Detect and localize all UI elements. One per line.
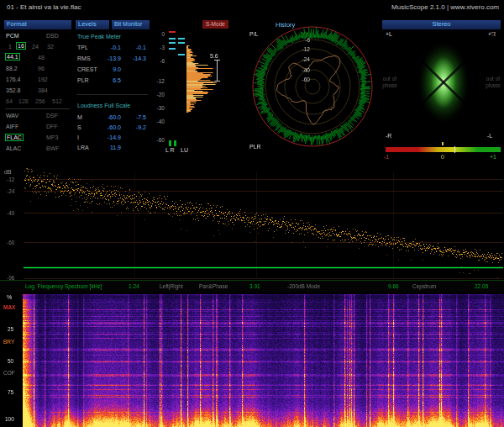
loudness-row-value: -14.9	[97, 134, 121, 140]
mode-button-cepstrum[interactable]: Cepstrum	[412, 283, 436, 289]
format-bit-option-selected: 16	[16, 42, 26, 50]
correlation-max-label: +1	[490, 154, 496, 160]
s-mode-button[interactable]: S-Mode	[202, 20, 228, 29]
format-container-option: BWF	[46, 145, 60, 151]
loudness-row-label: I	[77, 134, 79, 140]
spectrum-axis-title: Log. Frequency Spectrum [kHz]	[25, 283, 102, 289]
spectrum-y-tick: -40	[7, 210, 14, 216]
format-container-option: DFF	[46, 124, 58, 129]
app-title: MusicScope 2.1.0 | www.xivero.com	[391, 3, 499, 11]
divider	[76, 94, 148, 95]
svg-text:-24: -24	[302, 56, 311, 62]
meter-scale-tick: -30	[150, 105, 165, 111]
format-container-option-selected: FLAC	[5, 134, 24, 141]
meter-scale-tick: -6	[150, 58, 165, 64]
format-bit-option: 32	[47, 44, 54, 50]
spectrogram-label-max: MAX	[3, 304, 15, 310]
loudness-title: Loudness Full Scale	[77, 103, 130, 108]
level-row-value: 9.0	[97, 66, 121, 72]
level-row-value: -13.9	[97, 55, 121, 61]
format-dsd-rate-option: 64	[6, 98, 13, 104]
spectrum-freq-tick: 1.24	[129, 283, 139, 289]
spectrum-freq-tick: 22.05	[475, 283, 488, 289]
meter-channels-label: L R	[165, 147, 175, 153]
spectrogram-label-bry: BRY	[3, 339, 14, 345]
loudness-row-value: 11.9	[97, 145, 121, 150]
spectrogram-display	[23, 294, 504, 427]
level-row-label: RMS	[77, 55, 91, 61]
spectrogram-label-100: 100	[5, 416, 14, 422]
spectrum-freq-tick: 9.66	[388, 283, 399, 289]
format-container-option: DSF	[46, 113, 58, 119]
bit-monitor-segment	[178, 42, 185, 44]
spectrogram-label-50: 50	[8, 358, 13, 364]
spectrogram-label-25: 25	[8, 326, 13, 332]
spectrogram-label-75: 75	[8, 389, 13, 395]
level-row-label: TPL	[77, 45, 88, 50]
format-dsd-rate-option: 256	[35, 98, 45, 104]
deviation-marker	[217, 60, 218, 81]
meter-scale-tick: -12	[150, 78, 165, 84]
filename-label: 01 - Et ainsi va la vie.flac	[7, 3, 81, 11]
spectrum-plot	[0, 168, 504, 280]
level-row-value: -0.1	[97, 45, 121, 50]
meter-scale-tick: -60	[150, 137, 165, 143]
loudness-row-label: LRA	[77, 145, 89, 150]
svg-text:-40: -40	[302, 67, 311, 73]
spectrogram-unit-label: %	[7, 294, 12, 300]
spectrum-unit-label: dB	[4, 169, 12, 175]
histogram-value-label: 5.6	[210, 53, 218, 59]
loudness-row-value: -60.0	[97, 124, 121, 130]
mode-button-pan-phase[interactable]: Pan&Phase	[199, 283, 228, 289]
bit-monitor-segment	[178, 38, 185, 40]
format-rate-option: 88.2	[6, 66, 18, 71]
loudness-row-value: -9.2	[123, 124, 146, 130]
spectrum-y-tick: -24	[7, 188, 14, 194]
level-row-value: -0.1	[123, 45, 146, 50]
bit-monitor-segment	[169, 42, 176, 44]
deviation-marker	[214, 81, 220, 82]
meter-scale-tick: -3	[150, 45, 165, 50]
meter-scale-tick: 0	[150, 31, 165, 37]
correlation-min-label: -1	[384, 154, 389, 160]
format-rate-option: 176.4	[6, 76, 21, 82]
loudness-row-label: M	[77, 114, 82, 120]
spectrogram-label-cof: COF	[3, 370, 15, 376]
svg-text:-6: -6	[305, 37, 310, 43]
level-row-value: -14.3	[123, 55, 146, 61]
meter-peak-tick	[169, 140, 171, 146]
history-pl-label: P/L	[249, 31, 259, 37]
correlation-meter	[386, 147, 501, 152]
true-peak-title: True Peak Meter	[77, 34, 121, 40]
level-row-label: PLR	[77, 77, 89, 83]
divider	[5, 108, 70, 109]
bit-monitor-segment	[169, 38, 176, 40]
mode-button-left-right[interactable]: Left|Right	[160, 283, 183, 289]
correlation-zero-label: 0	[441, 154, 444, 160]
correlation-zero-tick	[442, 142, 444, 145]
format-container-option: WAV	[6, 113, 18, 119]
level-row-value: 6.5	[97, 77, 121, 83]
goniometer-display	[388, 30, 499, 136]
musicscope-window: 01 - Et ainsi va la vie.flac MusicScope …	[0, 0, 504, 427]
spectrum-freq-tick: 3.91	[249, 283, 260, 289]
loudness-row-value: -60.0	[97, 114, 121, 120]
format-bit-option: 24	[32, 44, 39, 50]
correlation-indicator	[454, 146, 455, 153]
format-dsd-label: DSD	[46, 33, 59, 39]
format-container-option: ALAC	[6, 145, 21, 151]
levels-panel: Levels Bit Monitor True Peak Meter TPL -…	[76, 20, 150, 164]
bit-monitor-segment	[178, 54, 185, 55]
format-rate-option: 384	[38, 87, 48, 93]
level-row-label: CREST	[77, 66, 97, 72]
levels-header: Levels	[76, 20, 109, 29]
meter-lu-label: LU	[181, 147, 188, 153]
history-header: History	[276, 21, 295, 29]
history-plr-label: PLR	[249, 144, 261, 150]
format-rate-option-selected: 44.1	[5, 53, 20, 61]
format-dsd-rate-option: 512	[52, 98, 62, 104]
mode-button-200db[interactable]: -200dB Mode	[287, 283, 320, 289]
format-rate-option: 192	[38, 76, 48, 82]
format-container-option: AIFF	[6, 124, 18, 129]
format-pcm-label: PCM	[6, 33, 19, 39]
